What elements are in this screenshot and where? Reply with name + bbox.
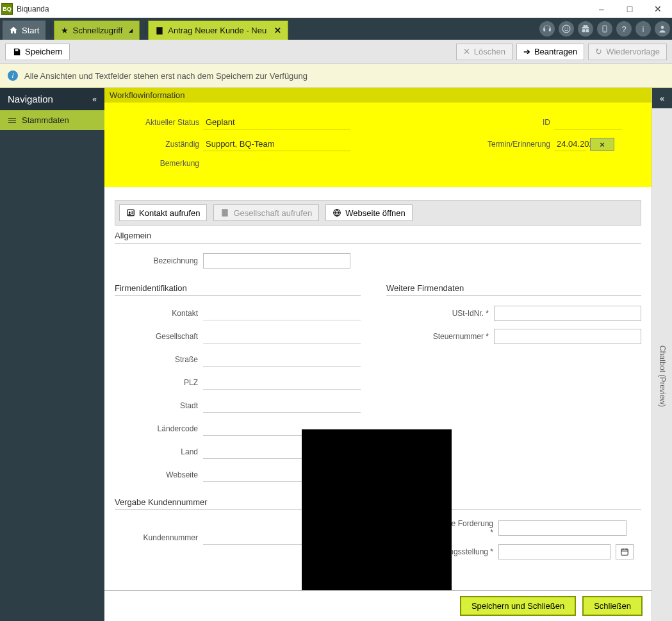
user-icon[interactable] — [655, 21, 670, 37]
content-area: Workflowinformation Aktueller Status Gep… — [104, 88, 652, 621]
navigation-header: Navigation « — [0, 88, 104, 110]
svg-point-4 — [604, 31, 605, 31]
smiley-icon[interactable] — [559, 21, 574, 37]
label-id: ID — [435, 118, 550, 127]
help-icon[interactable]: ? — [616, 21, 632, 37]
label-bezeichnung: Bezeichnung — [115, 256, 198, 265]
info-icon: i — [8, 70, 18, 81]
workflow-header: Workflowinformation — [104, 88, 652, 103]
support-icon[interactable] — [539, 21, 555, 37]
label-land: Land — [115, 447, 198, 456]
save-icon — [12, 47, 21, 56]
section-general: Allgemein Bezeichnung — [115, 231, 641, 269]
label-laendercode: Ländercode — [115, 424, 198, 433]
label-status: Aktueller Status — [116, 118, 199, 127]
input-ustid[interactable] — [494, 306, 641, 321]
open-website-button[interactable]: Webseite öffnen — [325, 204, 412, 221]
collapse-right-rail-button[interactable]: « — [652, 88, 673, 108]
app-icon: BQ — [1, 3, 13, 15]
input-bezeichnung[interactable] — [203, 253, 350, 269]
open-website-label: Webseite öffnen — [345, 208, 405, 218]
workflow-section: Workflowinformation Aktueller Status Gep… — [104, 88, 652, 187]
tab-quick-label: Schnellzugriff — [72, 26, 122, 35]
star-icon: ★ — [61, 26, 69, 35]
open-company-button: Gesellschaft aufrufen — [213, 204, 319, 221]
open-contact-button[interactable]: Kontakt aufrufen — [119, 204, 207, 221]
section-ident-title: Firmenidentifikation — [115, 283, 361, 296]
form-footer: Speichern und Schließen Schließen — [104, 590, 652, 621]
collapse-sidebar-icon[interactable]: « — [92, 95, 97, 104]
input-steuernr[interactable] — [494, 329, 641, 344]
close-tab-icon[interactable]: ✕ — [274, 26, 281, 35]
label-reminder: Termin/Erinnerung — [435, 140, 550, 149]
label-kontakt: Kontakt — [115, 309, 198, 318]
svg-point-5 — [661, 26, 664, 29]
value-responsible: Support, BQ-Team — [203, 137, 350, 151]
label-note: Bemerkung — [116, 159, 199, 168]
label-stadt: Stadt — [115, 401, 198, 410]
value-gesellschaft — [203, 329, 361, 344]
navigation-title-label: Navigation — [8, 94, 53, 104]
svg-point-2 — [567, 28, 568, 29]
delete-button-label: Löschen — [474, 47, 505, 56]
value-kontakt — [203, 306, 361, 320]
gift-icon[interactable] — [578, 21, 593, 37]
home-icon — [9, 26, 18, 35]
svg-rect-7 — [8, 120, 16, 120]
svg-rect-8 — [8, 122, 16, 123]
label-steuernr: Steuernummer * — [386, 332, 489, 341]
list-icon — [8, 117, 17, 124]
label-kundennummer: Kundennummer — [115, 533, 198, 542]
mobile-icon[interactable] — [597, 21, 612, 37]
open-company-label: Gesellschaft aufrufen — [233, 208, 312, 218]
maximize-button[interactable]: □ — [616, 0, 644, 18]
close-button[interactable]: Schließen — [582, 596, 643, 616]
request-button-label: Beantragen — [534, 47, 577, 56]
arrow-right-icon: ➔ — [523, 47, 530, 56]
app-title: Biquanda — [17, 4, 587, 13]
value-strasse — [203, 352, 361, 367]
tab-home[interactable]: Start — [3, 21, 45, 40]
clear-reminder-button[interactable]: × — [590, 138, 614, 151]
building-icon — [220, 208, 229, 217]
delete-button: ✕ Löschen — [456, 44, 512, 60]
value-id — [554, 115, 622, 129]
tab-active-label: Antrag Neuer Kunde - Neu — [168, 26, 266, 35]
main-area: Navigation « Stammdaten Workflowinformat… — [0, 88, 672, 621]
tab-quickaccess[interactable]: ★ Schnellzugriff ◢ — [54, 21, 140, 40]
save-and-close-button[interactable]: Speichern und Schließen — [460, 596, 576, 616]
close-window-button[interactable]: ✕ — [644, 0, 672, 18]
save-button[interactable]: Speichern — [5, 44, 70, 60]
chatbot-preview-label[interactable]: Chatbot (Preview) — [658, 345, 667, 407]
datepicker-button[interactable] — [616, 544, 634, 559]
action-bar: Speichern ✕ Löschen ➔ Beantragen ↻ Wiede… — [0, 40, 672, 64]
redacted-area — [302, 429, 452, 590]
svg-point-0 — [562, 25, 570, 33]
label-strasse: Straße — [115, 355, 198, 364]
info-icon[interactable]: i — [635, 21, 651, 37]
building-icon — [155, 26, 164, 35]
value-reminder: 24.04.2024 — [554, 137, 586, 151]
open-contact-label: Kontakt aufrufen — [139, 208, 200, 218]
resubmit-button: ↻ Wiedervorlage — [588, 44, 667, 60]
tab-bar: Start ★ Schnellzugriff ◢ Antrag Neuer Ku… — [0, 18, 672, 40]
value-status: Geplant — [203, 115, 350, 129]
refresh-icon: ↻ — [595, 47, 602, 56]
svg-rect-12 — [621, 549, 628, 555]
value-stadt — [203, 399, 361, 413]
input-erste-rechnung[interactable] — [498, 544, 611, 559]
sidebar-item-label: Stammdaten — [22, 115, 69, 125]
request-button[interactable]: ➔ Beantragen — [516, 44, 584, 60]
input-max-forderung[interactable] — [498, 520, 627, 536]
minimize-button[interactable]: – — [587, 0, 616, 18]
label-webseite: Webseite — [115, 470, 198, 479]
label-ustid: USt-IdNr. * — [386, 309, 489, 318]
sidebar-item-stammdaten[interactable]: Stammdaten — [0, 110, 104, 130]
entity-action-bar: Kontakt aufrufen Gesellschaft aufrufen W… — [115, 200, 641, 226]
globe-icon — [332, 208, 341, 217]
svg-point-10 — [129, 211, 131, 213]
value-plz — [203, 376, 361, 390]
info-banner: i Alle Ansichten und Textfelder stehen e… — [0, 64, 672, 88]
tab-active-document[interactable]: Antrag Neuer Kunde - Neu ✕ — [148, 21, 288, 40]
svg-point-1 — [564, 28, 566, 29]
